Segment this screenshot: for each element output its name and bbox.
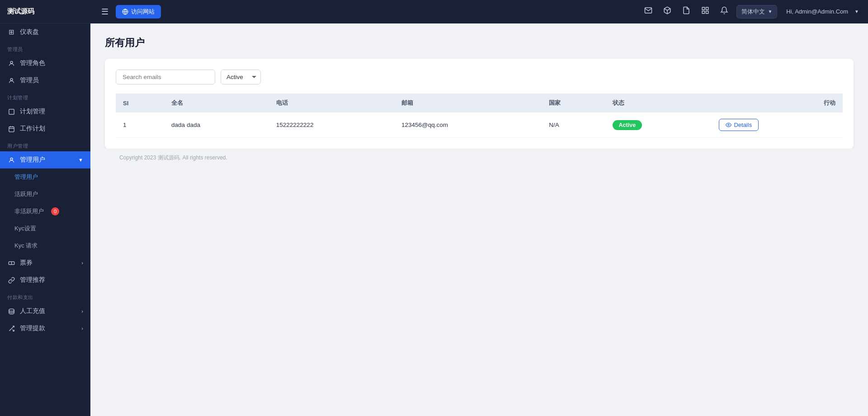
sidebar-item-label: 工作计划: [20, 125, 45, 133]
details-label: Details: [734, 122, 752, 128]
sidebar: 测试源码 ⊞ 仪表盘 管理员 管理角色 管理员 计划管理 计划管理 工作计划 用…: [0, 0, 90, 416]
sidebar-logo: 测试源码: [0, 0, 90, 23]
chevron-right-icon2: ›: [81, 308, 83, 314]
svg-point-1: [10, 78, 13, 80]
col-fullname: 全名: [164, 93, 269, 112]
svg-point-20: [728, 124, 729, 126]
sidebar-item-manage-users-sub[interactable]: 管理用户: [0, 168, 90, 186]
sidebar-sub-label: Kyc设置: [14, 224, 36, 233]
sidebar-item-label: 管理角色: [20, 59, 45, 67]
user-chevron-icon: ▼: [854, 9, 859, 14]
topbar-user: Hi, Admin@Admin.Com: [786, 8, 848, 15]
hamburger-button[interactable]: ☰: [99, 5, 110, 19]
admins-icon: [7, 76, 15, 84]
sidebar-sub-label: 管理用户: [14, 173, 38, 181]
sidebar-item-admins[interactable]: 管理员: [0, 72, 90, 89]
language-selector[interactable]: 简体中文 ▼: [736, 5, 777, 19]
col-country: 国家: [542, 93, 605, 112]
sidebar-item-label: 仪表盘: [20, 28, 39, 36]
sidebar-item-label: 票券: [20, 259, 33, 267]
svg-rect-17: [706, 7, 708, 9]
sidebar-item-kyc-request[interactable]: Kyc 请求: [0, 237, 90, 254]
email-icon[interactable]: [642, 4, 655, 19]
sidebar-item-label: 管理用户: [20, 156, 45, 164]
sidebar-item-label: 管理推荐: [20, 276, 45, 284]
svg-rect-18: [706, 11, 708, 14]
admin-roles-icon: [7, 59, 15, 67]
users-table-wrapper: SI 全名 电话 邮箱 国家 状态 行动 1 dada dada: [116, 93, 843, 138]
svg-rect-3: [9, 126, 14, 131]
sidebar-item-plan-mgmt[interactable]: 计划管理: [0, 103, 90, 120]
bell-icon[interactable]: [717, 4, 731, 19]
svg-rect-16: [703, 7, 705, 9]
sidebar-item-label: 管理提款: [20, 324, 45, 332]
sidebar-item-manage-withdrawals[interactable]: 管理提款 ›: [0, 320, 90, 337]
users-table: SI 全名 电话 邮箱 国家 状态 行动 1 dada dada: [116, 93, 843, 138]
sidebar-item-inactive-users[interactable]: 非活跃用户 0: [0, 203, 90, 220]
sidebar-item-work-plan[interactable]: 工作计划: [0, 120, 90, 137]
grid-icon[interactable]: [698, 4, 712, 19]
lang-chevron-icon: ▼: [768, 9, 772, 14]
chevron-down-icon: ▼: [78, 157, 83, 163]
lang-label: 简体中文: [741, 8, 765, 16]
eye-icon: [726, 122, 731, 128]
coupons-icon: [7, 259, 15, 267]
cell-country: N/A: [542, 112, 605, 138]
cell-si: 1: [116, 112, 164, 138]
sidebar-item-label: 计划管理: [20, 108, 45, 116]
section-label-users: 用户管理: [0, 137, 90, 151]
sidebar-item-dashboard[interactable]: ⊞ 仪表盘: [0, 23, 90, 41]
cell-phone: 15222222222: [269, 112, 394, 138]
globe-icon: [122, 9, 128, 15]
table-header-row: SI 全名 电话 邮箱 国家 状态 行动: [116, 93, 843, 112]
sidebar-item-coupons[interactable]: 票券 ›: [0, 254, 90, 271]
col-phone: 电话: [269, 93, 394, 112]
cell-fullname: dada dada: [164, 112, 269, 138]
status-badge: Active: [613, 120, 642, 130]
users-card: Active Inactive All SI 全名 电话 邮箱 国家: [105, 59, 854, 149]
filter-row: Active Inactive All: [116, 70, 843, 84]
referrals-icon: [7, 276, 15, 284]
status-filter[interactable]: Active Inactive All: [221, 70, 261, 84]
search-input[interactable]: [116, 70, 215, 84]
col-email: 邮箱: [394, 93, 542, 112]
svg-point-10: [9, 308, 14, 311]
sidebar-item-manage-users[interactable]: 管理用户 ▼: [0, 151, 90, 168]
col-si: SI: [116, 93, 164, 112]
table-row: 1 dada dada 15222222222 123456@qq.com N/…: [116, 112, 843, 138]
sidebar-item-label: 管理员: [20, 76, 39, 84]
sidebar-item-active-users[interactable]: 活跃用户: [0, 186, 90, 203]
document-icon[interactable]: [679, 4, 693, 19]
plan-mgmt-icon: [7, 108, 15, 116]
visit-site-button[interactable]: 访问网站: [116, 5, 161, 19]
inactive-users-badge: 0: [51, 207, 59, 215]
topbar: ☰ 访问网站 简体中文 ▼ Hi, Admin@Admin.Com ▼: [90, 0, 868, 23]
col-status: 状态: [605, 93, 712, 112]
chevron-right-icon: ›: [81, 260, 83, 266]
manage-withdrawals-icon: [7, 324, 15, 332]
section-label-plan: 计划管理: [0, 89, 90, 103]
manual-recharge-icon: [7, 307, 15, 315]
package-icon[interactable]: [660, 4, 674, 19]
cell-status: Active: [605, 112, 712, 138]
sidebar-sub-label: Kyc 请求: [14, 242, 38, 250]
copyright-text: Copyright 2023 测试源码. All rights reserved…: [119, 154, 227, 161]
sidebar-item-manual-recharge[interactable]: 人工充值 ›: [0, 303, 90, 320]
sidebar-item-referrals[interactable]: 管理推荐: [0, 271, 90, 289]
page-title: 所有用户: [105, 36, 854, 50]
dashboard-icon: ⊞: [7, 28, 15, 36]
content-area: 所有用户 Active Inactive All SI 全名: [90, 23, 868, 416]
details-button[interactable]: Details: [719, 119, 759, 131]
work-plan-icon: [7, 125, 15, 133]
cell-action: Details: [712, 112, 843, 138]
cell-email: 123456@qq.com: [394, 112, 542, 138]
svg-point-7: [10, 158, 13, 160]
sidebar-sub-label: 非活跃用户: [14, 207, 44, 215]
footer: Copyright 2023 测试源码. All rights reserved…: [105, 149, 854, 167]
svg-rect-2: [9, 109, 14, 114]
sidebar-item-kyc-settings[interactable]: Kyc设置: [0, 220, 90, 237]
col-action: 行动: [712, 93, 843, 112]
section-label-payments: 付款和支出: [0, 289, 90, 303]
svg-rect-19: [703, 11, 705, 14]
sidebar-item-admin-roles[interactable]: 管理角色: [0, 55, 90, 72]
